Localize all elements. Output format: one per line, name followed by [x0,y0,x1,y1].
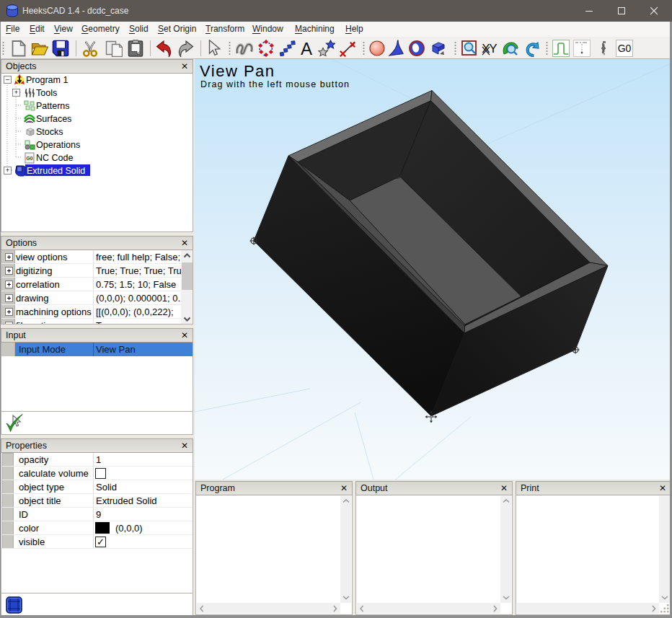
svg-text:G0: G0 [26,156,32,161]
svg-text:View Pan: View Pan [200,62,275,80]
svg-text:Drag with the left mouse butto: Drag with the left mouse button [200,79,350,89]
svg-text:G0: G0 [618,43,632,54]
svg-text:Y: Y [489,42,497,56]
svg-text:A: A [301,40,312,57]
